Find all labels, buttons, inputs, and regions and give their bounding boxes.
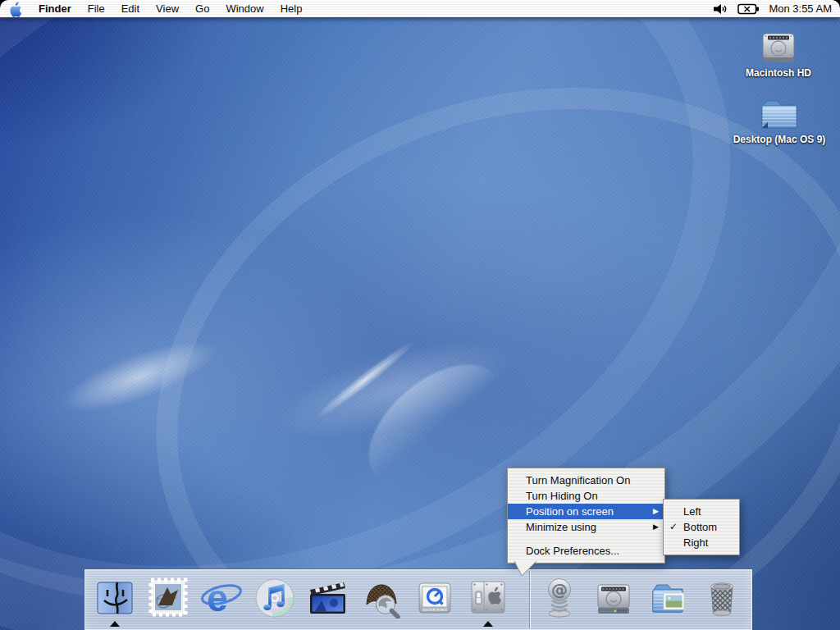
position-submenu: Left ✓ Bottom Right — [663, 499, 740, 555]
menu-item-label: Turn Magnification On — [526, 474, 630, 486]
wallpaper-glare — [347, 341, 498, 479]
dock-item-system-preferences[interactable] — [467, 576, 509, 619]
menu-item-turn-magnification-on[interactable]: Turn Magnification On — [508, 472, 664, 488]
menu-item-label: Right — [683, 536, 708, 549]
dock-item-internet-explorer[interactable]: e — [200, 576, 243, 619]
menu-item-label: Bottom — [683, 521, 717, 533]
dock-item-at-stamp[interactable]: @ — [538, 576, 581, 619]
desktop-icon-label: Macintosh HD — [746, 67, 811, 79]
checkmark-icon: ✓ — [669, 519, 678, 535]
dock-item-documents-folder[interactable] — [646, 576, 689, 619]
dock-right-section: @ — [527, 581, 743, 619]
dock-item-sherlock[interactable] — [360, 576, 403, 619]
desktop-icon-mac-os9[interactable]: Desktop (Mac OS 9) — [758, 95, 801, 146]
submenu-item-bottom[interactable]: ✓ Bottom — [664, 519, 739, 535]
dock-item-finder[interactable] — [94, 576, 136, 619]
menu-go[interactable]: Go — [187, 0, 217, 17]
dock-item-itunes[interactable] — [253, 576, 296, 619]
menu-item-dock-preferences[interactable]: Dock Preferences... — [508, 543, 664, 559]
menu-finder[interactable]: Finder — [30, 0, 80, 17]
wallpaper-glare — [313, 337, 418, 423]
running-indicator-system-preferences — [483, 621, 493, 627]
dock-item-mail[interactable] — [147, 576, 189, 619]
dock-context-menu: Turn Magnification On Turn Hiding On Pos… — [507, 468, 665, 564]
menu-edit[interactable]: Edit — [113, 0, 148, 17]
menu-view[interactable]: View — [148, 0, 187, 17]
menu-item-label: Position on screen — [526, 505, 614, 518]
dock-item-trash[interactable] — [701, 576, 743, 619]
submenu-arrow-icon: ▶ — [653, 519, 659, 535]
menu-window[interactable]: Window — [217, 0, 272, 17]
imovie-icon — [307, 576, 349, 619]
dock: e — [84, 569, 752, 630]
running-indicator-finder — [110, 621, 120, 627]
trash-icon — [701, 576, 743, 619]
submenu-item-left[interactable]: Left — [664, 504, 739, 519]
desktop-icon-macintosh-hd[interactable]: Macintosh HD — [759, 27, 798, 78]
itunes-icon — [253, 576, 296, 619]
desktop-screen: Finder File Edit View Go Window Help Mon… — [0, 0, 840, 630]
battery-empty-icon[interactable] — [737, 2, 760, 16]
submenu-arrow-icon: ▶ — [653, 504, 659, 519]
documents-folder-icon — [646, 576, 689, 619]
finder-icon — [94, 576, 136, 619]
menu-item-minimize-using[interactable]: Minimize using ▶ — [508, 519, 664, 535]
mail-stamp-icon — [147, 576, 189, 619]
menu-bar: Finder File Edit View Go Window Help Mon… — [0, 0, 840, 18]
menu-item-position-on-screen[interactable]: Position on screen ▶ — [508, 504, 664, 519]
menu-file[interactable]: File — [80, 0, 113, 17]
menu-item-label: Turn Hiding On — [526, 490, 598, 502]
svg-text:e: e — [207, 577, 228, 619]
hard-disk-icon — [592, 576, 635, 619]
sherlock-icon — [360, 576, 403, 619]
menu-item-label: Dock Preferences... — [526, 545, 619, 557]
dock-item-quicktime[interactable] — [413, 576, 456, 619]
wallpaper-glare — [55, 327, 224, 425]
internet-explorer-icon: e — [200, 576, 243, 619]
menu-separator — [508, 535, 664, 543]
folder-icon — [758, 95, 801, 133]
menu-item-label: Left — [683, 505, 701, 518]
quicktime-icon — [413, 576, 456, 619]
menu-pointer-tail — [514, 561, 538, 578]
submenu-item-right[interactable]: Right — [664, 535, 739, 550]
apple-menu[interactable] — [9, 0, 30, 18]
dock-item-hard-disk[interactable] — [592, 576, 635, 619]
at-sign-stamp-icon: @ — [538, 576, 581, 619]
hard-drive-icon — [759, 27, 798, 66]
desktop-icon-label: Desktop (Mac OS 9) — [733, 134, 826, 145]
system-preferences-icon — [467, 576, 509, 619]
volume-icon[interactable] — [712, 2, 728, 16]
apple-logo-icon — [9, 1, 23, 17]
wallpaper-glare — [265, 320, 522, 459]
menu-help[interactable]: Help — [272, 0, 311, 17]
svg-text:@: @ — [551, 580, 568, 600]
menu-item-turn-hiding-on[interactable]: Turn Hiding On — [508, 488, 664, 504]
menubar-clock[interactable]: Mon 3:55 AM — [769, 2, 832, 15]
dock-item-imovie[interactable] — [307, 576, 349, 619]
menu-item-label: Minimize using — [526, 521, 596, 533]
menubar-status-area: Mon 3:55 AM — [712, 2, 840, 16]
